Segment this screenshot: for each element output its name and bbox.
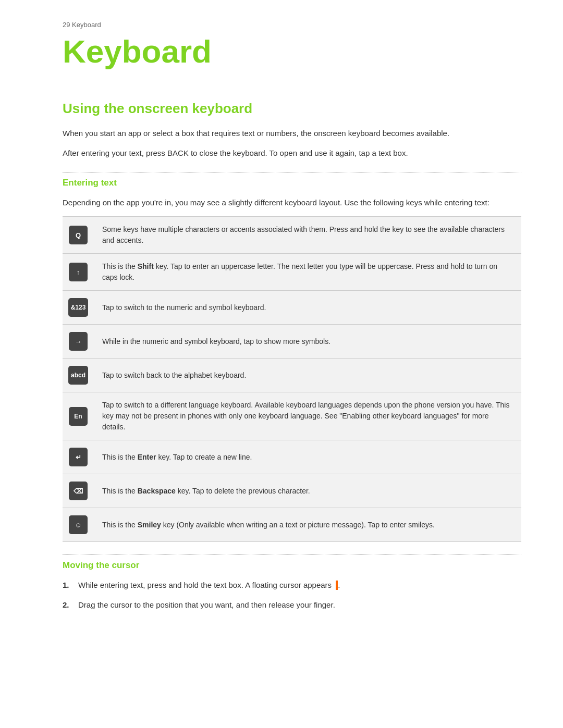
key-box-symbol: &123 [68,298,89,317]
table-row: →While in the numeric and symbol keyboar… [63,325,521,359]
list-item: 1.While entering text, press and hold th… [63,579,521,591]
subsection-entering-title: Entering text [63,178,521,188]
table-row: abcdTap to switch back to the alphabet k… [63,359,521,392]
table-row: &123Tap to switch to the numeric and sym… [63,291,521,325]
key-box-arrow: → [69,332,88,351]
desc-cell: Some keys have multiple characters or ac… [94,217,521,254]
table-row: ⌫This is the Backspace key. Tap to delet… [63,474,521,508]
table-row: EnTap to switch to a different language … [63,392,521,440]
page-number: 29 Keyboard [63,21,521,29]
key-box-backspace: ⌫ [69,482,88,500]
key-box-enter: ↵ [69,448,88,466]
step-number: 2. [63,599,73,611]
moving-steps-list: 1.While entering text, press and hold th… [63,579,521,611]
table-row: QSome keys have multiple characters or a… [63,217,521,254]
key-cell: &123 [63,291,94,325]
desc-cell: This is the Shift key. Tap to enter an u… [94,254,521,291]
section-main-title: Using the onscreen keyboard [63,101,521,117]
desc-cell: Tap to switch to a different language ke… [94,392,521,440]
subsection-entering-intro: Depending on the app you're in, you may … [63,196,506,209]
list-item: 2.Drag the cursor to the position that y… [63,599,521,611]
key-cell: En [63,392,94,440]
key-box-alpha: abcd [68,366,88,385]
divider-entering [63,172,521,172]
key-box-shift: ↑ [69,263,88,281]
key-cell: abcd [63,359,94,392]
key-box-letter: Q [69,226,88,244]
key-cell: Q [63,217,94,254]
desc-cell: Tap to switch back to the alphabet keybo… [94,359,521,392]
step-text: Drag the cursor to the position that you… [78,599,335,611]
table-row: ↵This is the Enter key. Tap to create a … [63,440,521,474]
keyboard-keys-table: QSome keys have multiple characters or a… [63,216,521,542]
page-title: Keyboard [63,34,521,69]
key-cell: ⌫ [63,474,94,508]
key-box-lang: En [69,407,88,426]
key-cell: ↑ [63,254,94,291]
key-cell: ☺ [63,508,94,542]
desc-cell: This is the Backspace key. Tap to delete… [94,474,521,508]
table-row: ↑This is the Shift key. Tap to enter an … [63,254,521,291]
divider-moving [63,554,521,555]
step-number: 1. [63,579,73,591]
subsection-moving-title: Moving the cursor [63,560,521,571]
desc-cell: Tap to switch to the numeric and symbol … [94,291,521,325]
cursor-indicator [336,581,338,590]
desc-cell: This is the Smiley key (Only available w… [94,508,521,542]
table-row: ☺This is the Smiley key (Only available … [63,508,521,542]
desc-cell: This is the Enter key. Tap to create a n… [94,440,521,474]
section-main-para2: After entering your text, press BACK to … [63,147,506,159]
key-box-smiley: ☺ [69,515,88,534]
moving-section: Moving the cursor 1.While entering text,… [63,560,521,611]
desc-cell: While in the numeric and symbol keyboard… [94,325,521,359]
key-cell: → [63,325,94,359]
section-main-para1: When you start an app or select a box th… [63,127,506,140]
key-cell: ↵ [63,440,94,474]
step-text: While entering text, press and hold the … [78,579,340,591]
